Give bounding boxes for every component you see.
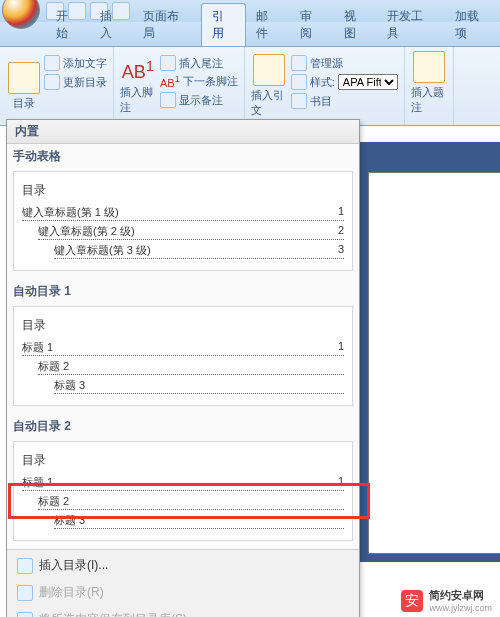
watermark-url: www.jylzwj.com — [429, 603, 492, 613]
watermark-text: 简约安卓网 — [429, 588, 492, 603]
tab-mailings[interactable]: 邮件 — [246, 4, 290, 46]
next-footnote-button[interactable]: AB1下一条脚注 — [160, 74, 238, 89]
insert-caption-button[interactable]: 插入题注 — [411, 51, 447, 115]
toc-line: 标题 3 — [54, 513, 344, 529]
toc-line: 标题 3 — [54, 378, 344, 394]
remove-toc-command[interactable]: 删除目录(R) — [7, 579, 359, 606]
tab-addins[interactable]: 加载项 — [445, 4, 500, 46]
auto2-preview[interactable]: 目录 标题 11 标题 2 标题 3 — [13, 441, 353, 541]
group-citations: 插入引文 管理源 样式: APA Fifth 书目 — [245, 47, 405, 125]
auto1-preview[interactable]: 目录 标题 11 标题 2 标题 3 — [13, 306, 353, 406]
toc-line: 标题 2 — [38, 359, 344, 375]
insert-footnote-label: 插入脚注 — [120, 85, 156, 115]
gallery-footer: 插入目录(I)... 删除目录(R) 将所选内容保存到目录库(S)... — [7, 549, 359, 617]
add-text-button[interactable]: 添加文字 — [44, 55, 107, 71]
group-footnotes: AB1 插入脚注 插入尾注 AB1下一条脚注 显示备注 — [114, 47, 245, 125]
endnote-icon — [160, 55, 176, 71]
toc-gallery-dropdown: 内置 手动表格 目录 键入章标题(第 1 级)1 键入章标题(第 2 级)2 键… — [6, 119, 360, 617]
insert-toc-command[interactable]: 插入目录(I)... — [7, 552, 359, 579]
save-toc-icon — [17, 612, 33, 618]
next-footnote-label: 下一条脚注 — [183, 74, 238, 89]
watermark-badge-icon: 安 — [401, 590, 423, 612]
style-label: 样式: — [310, 75, 335, 90]
show-notes-label: 显示备注 — [179, 93, 223, 108]
tab-insert[interactable]: 插入 — [90, 4, 134, 46]
manual-heading: 目录 — [22, 182, 344, 199]
tab-references[interactable]: 引用 — [201, 3, 247, 46]
insert-citation-label: 插入引文 — [251, 88, 287, 118]
add-text-icon — [44, 55, 60, 71]
toc-line: 键入章标题(第 2 级)2 — [38, 224, 344, 240]
ab-icon: AB1 — [122, 57, 154, 83]
bibliography-icon — [291, 93, 307, 109]
toc-button[interactable]: 目录 — [6, 51, 42, 121]
auto2-heading: 目录 — [22, 452, 344, 469]
bibliography-button[interactable]: 书目 — [291, 93, 398, 109]
add-text-label: 添加文字 — [63, 56, 107, 71]
auto1-title: 自动目录 1 — [7, 279, 359, 304]
tab-review[interactable]: 审阅 — [290, 4, 334, 46]
ribbon-tabs: 开始 插入 页面布局 引用 邮件 审阅 视图 开发工具 加载项 — [0, 22, 500, 47]
watermark: 安 简约安卓网 www.jylzwj.com — [401, 588, 492, 613]
group-captions: 插入题注 — [405, 47, 454, 125]
citation-icon — [253, 54, 285, 86]
insert-toc-label: 插入目录(I)... — [39, 557, 108, 574]
style-selector[interactable]: 样式: APA Fifth — [291, 74, 398, 90]
style-icon — [291, 74, 307, 90]
insert-caption-label: 插入题注 — [411, 85, 447, 115]
tab-view[interactable]: 视图 — [334, 4, 378, 46]
insert-endnote-button[interactable]: 插入尾注 — [160, 55, 238, 71]
gallery-header: 内置 — [7, 120, 359, 144]
insert-toc-icon — [17, 558, 33, 574]
manage-sources-button[interactable]: 管理源 — [291, 55, 398, 71]
insert-footnote-button[interactable]: AB1 插入脚注 — [120, 51, 156, 121]
toc-line: 键入章标题(第 1 级)1 — [22, 205, 344, 221]
toc-icon — [8, 62, 40, 94]
caption-icon — [413, 51, 445, 83]
insert-endnote-label: 插入尾注 — [179, 56, 223, 71]
toc-line: 标题 11 — [22, 340, 344, 356]
group-toc: 目录 添加文字 更新目录 — [0, 47, 114, 125]
tab-page-layout[interactable]: 页面布局 — [133, 4, 200, 46]
auto1-heading: 目录 — [22, 317, 344, 334]
remove-toc-icon — [17, 585, 33, 601]
toc-line: 标题 2 — [38, 494, 344, 510]
save-toc-command[interactable]: 将所选内容保存到目录库(S)... — [7, 606, 359, 617]
manage-sources-icon — [291, 55, 307, 71]
update-toc-icon — [44, 74, 60, 90]
update-toc-button[interactable]: 更新目录 — [44, 74, 107, 90]
toc-line: 键入章标题(第 3 级)3 — [54, 243, 344, 259]
toc-line: 标题 11 — [22, 475, 344, 491]
update-toc-label: 更新目录 — [63, 75, 107, 90]
manage-sources-label: 管理源 — [310, 56, 343, 71]
style-select[interactable]: APA Fifth — [338, 74, 398, 90]
show-notes-button[interactable]: 显示备注 — [160, 92, 238, 108]
manual-title: 手动表格 — [7, 144, 359, 169]
insert-citation-button[interactable]: 插入引文 — [251, 51, 287, 121]
remove-toc-label: 删除目录(R) — [39, 584, 104, 601]
toc-label: 目录 — [13, 96, 35, 111]
auto2-title: 自动目录 2 — [7, 414, 359, 439]
save-toc-label: 将所选内容保存到目录库(S)... — [39, 611, 197, 617]
document-area[interactable] — [360, 142, 500, 562]
bibliography-label: 书目 — [310, 94, 332, 109]
tab-developer[interactable]: 开发工具 — [377, 4, 444, 46]
ribbon: 目录 添加文字 更新目录 AB1 插入脚注 插入尾注 AB1下一条脚注 显示备注… — [0, 47, 500, 126]
manual-preview[interactable]: 目录 键入章标题(第 1 级)1 键入章标题(第 2 级)2 键入章标题(第 3… — [13, 171, 353, 271]
tab-home[interactable]: 开始 — [46, 4, 90, 46]
show-notes-icon — [160, 92, 176, 108]
